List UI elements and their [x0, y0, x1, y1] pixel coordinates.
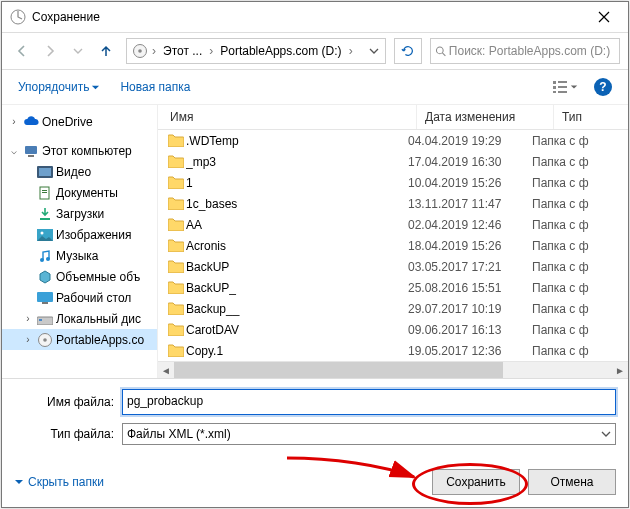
save-button[interactable]: Сохранить [432, 469, 520, 495]
folder-icon [168, 343, 186, 359]
file-type: Папка с ф [532, 197, 589, 211]
file-row[interactable]: .WDTemp04.04.2019 19:29Папка с ф [158, 130, 628, 151]
folder-icon [168, 217, 186, 233]
file-name: Copy.1 [186, 344, 408, 358]
folder-icon [168, 280, 186, 296]
file-type: Папка с ф [532, 281, 589, 295]
svg-rect-25 [39, 319, 42, 321]
recent-dropdown[interactable] [66, 39, 90, 63]
tree-item-video[interactable]: Видео [2, 161, 157, 182]
file-name: BackUP [186, 260, 408, 274]
file-row[interactable]: BackUP_25.08.2016 15:51Папка с ф [158, 277, 628, 298]
filename-input[interactable] [123, 390, 615, 412]
chevron-down-icon[interactable] [369, 46, 381, 56]
music-icon [37, 248, 53, 264]
file-row[interactable]: Backup__29.07.2017 10:19Папка с ф [158, 298, 628, 319]
file-date: 13.11.2017 11:47 [408, 197, 532, 211]
file-type: Папка с ф [532, 218, 589, 232]
file-name: AA [186, 218, 408, 232]
file-name: 1c_bases [186, 197, 408, 211]
tree-item-this-pc[interactable]: ⌵Этот компьютер [2, 140, 157, 161]
downloads-icon [37, 206, 53, 222]
view-options[interactable] [550, 75, 580, 99]
scroll-right-icon[interactable]: ► [612, 362, 628, 378]
hide-folders-toggle[interactable]: Скрыть папки [14, 475, 104, 489]
cube-icon [37, 269, 53, 285]
file-row[interactable]: Acronis18.04.2019 15:26Папка с ф [158, 235, 628, 256]
folder-icon [168, 259, 186, 275]
file-date: 29.07.2017 10:19 [408, 302, 532, 316]
svg-point-20 [40, 258, 44, 262]
file-row[interactable]: 1c_bases13.11.2017 11:47Папка с ф [158, 193, 628, 214]
tree-item-documents[interactable]: Документы [2, 182, 157, 203]
breadcrumb-segment[interactable]: PortableApps.com (D:) [216, 42, 345, 60]
file-row[interactable]: BackUP03.05.2017 17:21Папка с ф [158, 256, 628, 277]
tree-item-music[interactable]: Музыка [2, 245, 157, 266]
folder-icon [168, 196, 186, 212]
chevron-right-icon: › [208, 44, 214, 58]
filename-label: Имя файла: [14, 395, 122, 409]
breadcrumb-segment[interactable]: Этот ... [159, 42, 206, 60]
chevron-down-icon [601, 429, 611, 439]
column-headers[interactable]: Имя Дата изменения Тип [158, 105, 628, 130]
search-box[interactable] [430, 38, 620, 64]
folder-icon [168, 154, 186, 170]
pc-icon [23, 143, 39, 159]
up-button[interactable] [94, 39, 118, 63]
filetype-select[interactable]: Файлы XML (*.xml) [122, 423, 616, 445]
cancel-button[interactable]: Отмена [528, 469, 616, 495]
file-type: Папка с ф [532, 260, 589, 274]
tree-item-images[interactable]: Изображения [2, 224, 157, 245]
chevron-down-icon [14, 477, 24, 487]
svg-rect-23 [42, 302, 48, 304]
col-type[interactable]: Тип [554, 105, 628, 129]
col-date[interactable]: Дата изменения [417, 105, 554, 129]
tree-item-onedrive[interactable]: ›OneDrive [2, 111, 157, 132]
forward-button[interactable] [38, 39, 62, 63]
file-row[interactable]: AA02.04.2019 12:46Папка с ф [158, 214, 628, 235]
breadcrumb[interactable]: › Этот ... › PortableApps.com (D:) › [126, 38, 386, 64]
tree-item-local-disk[interactable]: ›Локальный дис [2, 308, 157, 329]
address-bar: › Этот ... › PortableApps.com (D:) › [2, 32, 628, 70]
new-folder-button[interactable]: Новая папка [114, 77, 196, 97]
drive-icon [131, 42, 149, 60]
help-button[interactable]: ? [588, 75, 618, 99]
tree-item-downloads[interactable]: Загрузки [2, 203, 157, 224]
refresh-button[interactable] [394, 38, 422, 64]
svg-rect-9 [558, 91, 567, 93]
scroll-left-icon[interactable]: ◄ [158, 362, 174, 378]
file-name: 1 [186, 176, 408, 190]
file-row[interactable]: 110.04.2019 15:26Папка с ф [158, 172, 628, 193]
file-row[interactable]: CarotDAV09.06.2017 16:13Папка с ф [158, 319, 628, 340]
file-type: Папка с ф [532, 155, 589, 169]
close-button[interactable] [582, 2, 626, 32]
folder-icon [168, 322, 186, 338]
file-row[interactable]: _mp317.04.2019 16:30Папка с ф [158, 151, 628, 172]
file-date: 25.08.2016 15:51 [408, 281, 532, 295]
filetype-label: Тип файла: [14, 427, 122, 441]
search-input[interactable] [447, 43, 615, 59]
tree-item-desktop[interactable]: Рабочий стол [2, 287, 157, 308]
file-name: Acronis [186, 239, 408, 253]
svg-rect-6 [553, 91, 556, 93]
back-button[interactable] [10, 39, 34, 63]
navigation-tree: ›OneDrive ⌵Этот компьютер Видео Документ… [2, 105, 158, 378]
chevron-down-icon [570, 83, 578, 91]
tree-item-portableapps[interactable]: ›PortableApps.co [2, 329, 157, 350]
file-type: Папка с ф [532, 239, 589, 253]
documents-icon [37, 185, 53, 201]
svg-rect-8 [558, 86, 567, 88]
horizontal-scrollbar[interactable]: ◄ ► [158, 361, 628, 378]
file-name: Backup__ [186, 302, 408, 316]
svg-point-21 [46, 257, 50, 261]
tree-item-3d-objects[interactable]: Объемные объ [2, 266, 157, 287]
col-name[interactable]: Имя [162, 105, 417, 129]
toolbar: Упорядочить Новая папка ? [2, 70, 628, 105]
scrollbar-thumb[interactable] [174, 362, 503, 378]
file-row[interactable]: Copy.119.05.2017 12:36Папка с ф [158, 340, 628, 361]
organize-menu[interactable]: Упорядочить [12, 77, 106, 97]
svg-point-3 [436, 47, 443, 54]
svg-rect-7 [558, 81, 567, 83]
form-area: Имя файла: Тип файла: Файлы XML (*.xml) [2, 378, 628, 463]
save-dialog: Сохранение › Этот ... › PortableApps.com… [1, 1, 629, 508]
